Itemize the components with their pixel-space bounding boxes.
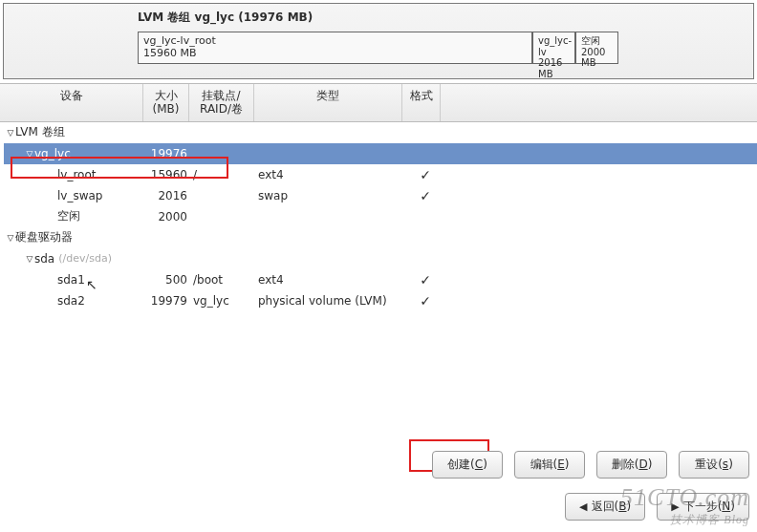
size-cell: 2016 — [147, 189, 193, 202]
block-name: vg_lyc-lv — [538, 35, 570, 57]
device-name: 硬盘驱动器 — [15, 229, 73, 245]
edit-button[interactable]: 编辑(E) — [514, 451, 585, 479]
expander-icon[interactable]: ▽ — [25, 149, 34, 159]
device-cell: sda2 — [4, 294, 147, 308]
col-device[interactable]: 设备 — [0, 84, 143, 121]
device-name: sda2 — [57, 294, 85, 308]
next-button[interactable]: ▶下一步(N) — [657, 493, 749, 521]
lvm-block-root: vg_lyc-lv_root 15960 MB — [138, 32, 532, 64]
back-button[interactable]: ◀返回(B) — [565, 493, 645, 521]
size-cell: 15960 — [147, 168, 193, 181]
device-name: lv_root — [57, 168, 97, 181]
tree-row[interactable]: lv_root15960/ext4✓ — [4, 164, 757, 185]
block-name: 空闲 — [581, 35, 613, 47]
fmt-cell: ✓ — [406, 293, 444, 309]
mount-cell: /boot — [193, 273, 258, 287]
device-name: vg_lyc — [34, 147, 71, 160]
device-cell: 空闲 — [4, 208, 147, 224]
device-cell: lv_root — [4, 168, 147, 181]
type-cell: ext4 — [258, 273, 406, 287]
device-cell: sda1 — [4, 273, 147, 287]
tree-row[interactable]: ▽LVM 卷组 — [4, 122, 757, 143]
expander-icon[interactable]: ▽ — [6, 233, 15, 243]
tree-row[interactable]: ▽硬盘驱动器 — [4, 227, 757, 248]
lvm-summary-panel: LVM 卷组 vg_lyc (19976 MB) vg_lyc-lv_root … — [3, 3, 754, 79]
col-mount[interactable]: 挂载点/ RAID/卷 — [189, 84, 254, 121]
device-tree[interactable]: ▽LVM 卷组▽vg_lyc19976lv_root15960/ext4✓lv_… — [0, 122, 757, 311]
device-name: sda1 — [57, 273, 85, 287]
device-path: (/dev/sda) — [58, 252, 112, 265]
create-button[interactable]: 创建(C) — [432, 451, 503, 479]
action-button-bar: 创建(C) 编辑(E) 删除(D) 重设(s) — [432, 451, 749, 479]
block-size: 15960 MB — [143, 48, 527, 60]
expander-icon[interactable]: ▽ — [6, 128, 15, 138]
fmt-cell: ✓ — [406, 188, 444, 203]
tree-row[interactable]: sda1500/bootext4✓ — [4, 269, 757, 290]
tree-row[interactable]: lv_swap2016swap✓ — [4, 185, 757, 206]
size-cell: 2000 — [147, 210, 193, 223]
type-cell: physical volume (LVM) — [258, 294, 406, 308]
fmt-cell: ✓ — [406, 272, 444, 287]
device-name: 空闲 — [57, 208, 80, 224]
lvm-block-free: 空闲 2000 MB — [575, 32, 618, 64]
col-type[interactable]: 类型 — [254, 84, 402, 121]
delete-button[interactable]: 删除(D) — [596, 451, 667, 479]
device-cell: lv_swap — [4, 189, 147, 202]
device-cell: ▽sda(/dev/sda) — [4, 252, 147, 266]
tree-row[interactable]: ▽vg_lyc19976 — [4, 143, 757, 164]
type-cell: swap — [258, 189, 406, 202]
device-name: sda — [34, 252, 54, 266]
mount-cell: vg_lyc — [193, 294, 258, 308]
fmt-cell: ✓ — [406, 167, 444, 182]
device-cell: ▽LVM 卷组 — [4, 124, 147, 140]
reset-button[interactable]: 重设(s) — [679, 451, 749, 479]
expander-icon[interactable]: ▽ — [25, 254, 34, 264]
arrow-right-icon: ▶ — [671, 500, 679, 513]
nav-button-bar: ◀返回(B) ▶下一步(N) — [565, 493, 749, 521]
tree-row[interactable]: ▽sda(/dev/sda) — [4, 248, 757, 269]
device-cell: ▽硬盘驱动器 — [4, 229, 147, 245]
block-size: 2000 MB — [581, 47, 613, 69]
type-cell: ext4 — [258, 168, 406, 181]
size-cell: 19979 — [147, 294, 193, 308]
tree-row[interactable]: 空闲2000 — [4, 206, 757, 227]
block-size: 2016 MB — [538, 57, 570, 79]
size-cell: 500 — [147, 273, 193, 287]
lvm-header-title: LVM 卷组 vg_lyc (19976 MB) — [4, 4, 753, 30]
size-cell: 19976 — [147, 147, 193, 160]
device-name: lv_swap — [57, 189, 102, 202]
col-size[interactable]: 大小 (MB) — [143, 84, 189, 121]
arrow-left-icon: ◀ — [579, 500, 587, 513]
table-header: 设备 大小 (MB) 挂载点/ RAID/卷 类型 格式 — [0, 83, 757, 122]
col-format[interactable]: 格式 — [402, 84, 441, 121]
device-name: LVM 卷组 — [15, 124, 65, 140]
lvm-block-lv: vg_lyc-lv 2016 MB — [532, 32, 575, 64]
tree-row[interactable]: sda219979vg_lycphysical volume (LVM)✓ — [4, 290, 757, 311]
mount-cell: / — [193, 168, 258, 181]
device-cell: ▽vg_lyc — [4, 147, 147, 160]
block-name: vg_lyc-lv_root — [143, 35, 527, 48]
